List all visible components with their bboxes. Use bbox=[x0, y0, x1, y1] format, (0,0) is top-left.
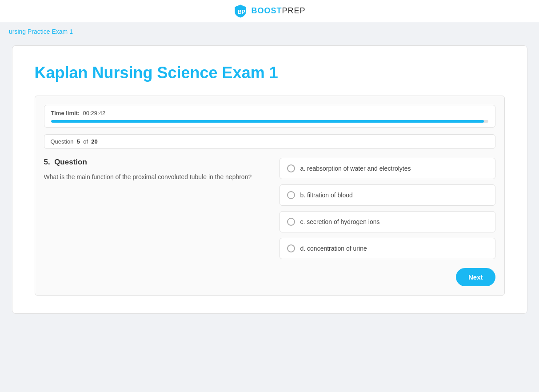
timer-box: Time limit: 00:29:42 bbox=[44, 105, 495, 128]
app-header: BP BOOSTPREP bbox=[0, 0, 539, 22]
question-wrapper: Time limit: 00:29:42 Question 5 of 20 5. bbox=[35, 96, 505, 296]
progress-bar-container bbox=[51, 120, 488, 123]
breadcrumb-bar: ursing Practice Exam 1 bbox=[0, 22, 539, 41]
radio-c[interactable] bbox=[287, 218, 295, 226]
answer-text-b: b. filtration of blood bbox=[300, 192, 353, 199]
question-counter: Question 5 of 20 bbox=[44, 134, 495, 149]
main-content: Kaplan Nursing Science Exam 1 Time limit… bbox=[0, 41, 539, 327]
logo: BP BOOSTPREP bbox=[233, 4, 305, 18]
answer-option-b[interactable]: b. filtration of blood bbox=[279, 184, 495, 206]
answer-option-d[interactable]: d. concentration of urine bbox=[279, 238, 495, 259]
next-button[interactable]: Next bbox=[456, 268, 495, 286]
question-number-title: 5. Question bbox=[44, 158, 266, 167]
question-content: 5. Question What is the main function of… bbox=[44, 158, 495, 259]
answer-option-a[interactable]: a. reabsorption of water and electrolyte… bbox=[279, 158, 495, 179]
radio-b[interactable] bbox=[287, 191, 295, 199]
progress-bar-fill bbox=[51, 120, 484, 123]
logo-text: BOOSTPREP bbox=[251, 6, 305, 16]
question-left: 5. Question What is the main function of… bbox=[44, 158, 266, 182]
answer-text-c: c. secretion of hydrogen ions bbox=[300, 218, 380, 225]
answer-option-c[interactable]: c. secretion of hydrogen ions bbox=[279, 211, 495, 232]
radio-d[interactable] bbox=[287, 244, 295, 252]
answer-text-d: d. concentration of urine bbox=[300, 245, 367, 252]
svg-text:BP: BP bbox=[238, 9, 245, 15]
answer-options: a. reabsorption of water and electrolyte… bbox=[279, 158, 495, 259]
logo-icon: BP bbox=[233, 4, 248, 18]
answer-text-a: a. reabsorption of water and electrolyte… bbox=[300, 165, 411, 172]
question-text: What is the main function of the proxima… bbox=[44, 172, 266, 182]
breadcrumb-link[interactable]: ursing Practice Exam 1 bbox=[9, 28, 73, 35]
next-button-container: Next bbox=[44, 268, 495, 286]
radio-a[interactable] bbox=[287, 164, 295, 172]
timer-label: Time limit: 00:29:42 bbox=[51, 110, 488, 116]
exam-title: Kaplan Nursing Science Exam 1 bbox=[35, 64, 505, 82]
exam-card: Kaplan Nursing Science Exam 1 Time limit… bbox=[12, 45, 527, 314]
